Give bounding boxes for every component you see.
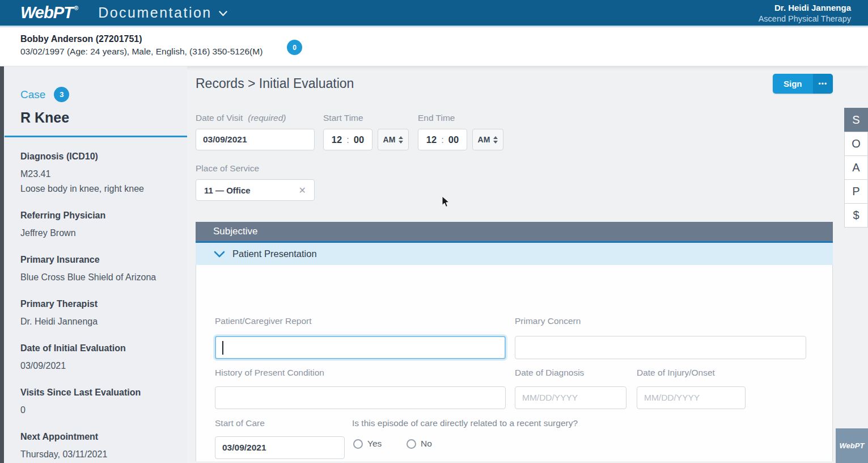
sidebar-field-initial-evaluation-date: Date of Initial Evaluation 03/09/2021 [20, 343, 176, 373]
sidebar-field-referring-physician: Referring Physician Jeffrey Brown [20, 211, 176, 241]
case-label: Case [20, 89, 45, 101]
end-minute[interactable]: 00 [448, 134, 459, 145]
start-meridiem-selector[interactable]: AM [378, 129, 409, 150]
section-title: Subjective [213, 226, 257, 237]
sign-split-button: Sign ••• [773, 74, 833, 94]
place-of-service-input[interactable]: 11 — Office ✕ [196, 179, 315, 201]
field-label: Date of Initial Evaluation [20, 343, 176, 353]
start-hour[interactable]: 12 [332, 134, 342, 145]
yes-label: Yes [367, 439, 382, 449]
date-of-injury-label: Date of Injury/Onset [637, 368, 715, 378]
start-time-input[interactable]: 12 : 00 [323, 129, 372, 150]
sidebar-field-diagnosis: Diagnosis (ICD10) M23.41Loose body in kn… [20, 151, 176, 196]
start-time-label: Start Time [323, 113, 363, 123]
brand-text: WebPT [20, 3, 73, 22]
field-label: Next Appointment [20, 432, 176, 442]
text-caret [222, 341, 223, 355]
user-name: Dr. Heidi Jannenga [759, 2, 851, 14]
patient-report-input[interactable] [215, 336, 506, 359]
start-of-care-input[interactable] [215, 436, 345, 459]
primary-concern-input[interactable] [515, 336, 806, 359]
surgery-yes-option[interactable]: Yes [353, 439, 382, 449]
sidebar-field-visits-since-last-eval: Visits Since Last Evaluation 0 [20, 388, 176, 418]
history-label: History of Present Condition [215, 368, 324, 378]
field-value: 03/09/2021 [20, 359, 176, 373]
patient-bar: Bobby Anderson (27201751) 03/02/1997 (Ag… [0, 28, 868, 66]
field-value: Blue Cross Blue Shield of Arizona [20, 270, 176, 285]
surgery-question: Is this episode of care directly related… [352, 418, 578, 428]
place-of-service-label: Place of Service [196, 163, 259, 174]
history-input[interactable] [215, 386, 506, 409]
sign-button[interactable]: Sign [773, 74, 813, 94]
case-sidebar: Case 3 R Knee Diagnosis (ICD10) M23.41Lo… [4, 66, 187, 463]
patient-name: Bobby Anderson (27201751) [20, 34, 868, 44]
patient-details: 03/02/1997 (Age: 24 years), Male, Englis… [20, 47, 868, 57]
subsection-title: Patient Presentation [232, 249, 317, 259]
case-title: R Knee [20, 110, 176, 126]
radio-icon[interactable] [353, 439, 363, 449]
content-area: Case 3 R Knee Diagnosis (ICD10) M23.41Lo… [0, 66, 868, 463]
required-note: (required) [248, 113, 286, 123]
patient-presentation-body: Patient/Caregiver Report Primary Concern… [196, 265, 833, 461]
documentation-menu[interactable]: Documentation [98, 5, 227, 21]
subjective-section-header: Subjective [196, 222, 833, 243]
field-label: Diagnosis (ICD10) [20, 151, 176, 162]
spinner-icon [493, 136, 498, 144]
field-value: Jeffrey Brown [20, 226, 176, 241]
start-minute[interactable]: 00 [354, 134, 364, 145]
tab-assessment[interactable]: A [844, 155, 868, 180]
date-of-diagnosis-label: Date of Diagnosis [515, 368, 584, 378]
tab-objective[interactable]: O [844, 132, 868, 156]
tab-subjective[interactable]: S [844, 108, 868, 132]
end-hour[interactable]: 12 [426, 134, 437, 145]
time-separator: : [346, 134, 349, 145]
webpt-watermark: WebPT [836, 428, 868, 463]
sidebar-field-primary-insurance: Primary Insurance Blue Cross Blue Shield… [20, 255, 176, 285]
field-value: 0 [20, 403, 176, 418]
registered-mark: ® [74, 5, 78, 11]
breadcrumb[interactable]: Records > Initial Evaluation [196, 76, 354, 91]
subjective-panel: Subjective Patient Presentation Patient/… [196, 222, 833, 463]
page-scrollbar[interactable] [0, 66, 4, 463]
notification-badge[interactable]: 0 [287, 40, 302, 55]
soap-rail: S O A P $ [844, 108, 868, 228]
no-label: No [421, 439, 432, 449]
tab-plan[interactable]: P [844, 179, 868, 204]
primary-concern-label: Primary Concern [515, 316, 581, 326]
radio-icon[interactable] [407, 439, 416, 449]
ellipsis-icon: ••• [819, 80, 828, 88]
webpt-logo: WebPT® [20, 3, 78, 22]
field-label: Primary Insurance [20, 255, 176, 265]
case-row: Case 3 [20, 87, 176, 102]
chevron-down-icon [214, 251, 225, 258]
field-label: Primary Therapist [20, 299, 176, 309]
tab-billing[interactable]: $ [844, 203, 868, 228]
end-meridiem-selector[interactable]: AM [472, 129, 503, 150]
field-label: Referring Physician [20, 211, 176, 221]
surgery-no-option[interactable]: No [407, 439, 432, 449]
date-of-visit-label: Date of Visit(required) [196, 113, 286, 123]
mouse-cursor [442, 196, 450, 208]
end-time-label: End Time [418, 113, 455, 123]
date-of-diagnosis-input[interactable] [515, 386, 626, 409]
field-value: Thursday, 03/11/2021 [20, 447, 176, 462]
start-of-care-label: Start of Care [215, 418, 265, 428]
time-separator: : [441, 134, 444, 145]
spinner-icon [399, 136, 403, 144]
patient-presentation-toggle[interactable]: Patient Presentation [196, 243, 833, 265]
clinic-name: Ascend Physical Therapy [759, 14, 851, 25]
date-of-visit-input[interactable] [196, 129, 315, 150]
end-time-input[interactable]: 12 : 00 [418, 129, 467, 150]
patient-report-label: Patient/Caregiver Report [215, 316, 312, 326]
page-scrollbar-thumb[interactable] [0, 66, 4, 463]
sidebar-field-primary-therapist: Primary Therapist Dr. Heidi Jannenga [20, 299, 176, 329]
sidebar-field-next-appointment: Next Appointment Thursday, 03/11/2021 [20, 432, 176, 462]
chevron-down-icon [219, 11, 227, 16]
clear-icon[interactable]: ✕ [299, 185, 306, 196]
date-of-injury-input[interactable] [637, 386, 746, 409]
case-count-badge: 3 [54, 87, 69, 102]
webpt-app-window: WebPT® Documentation Dr. Heidi Jannenga … [0, 0, 868, 463]
sidebar-divider [5, 136, 187, 137]
field-value: Dr. Heidi Jannenga [20, 314, 176, 329]
more-options-button[interactable]: ••• [813, 74, 833, 94]
